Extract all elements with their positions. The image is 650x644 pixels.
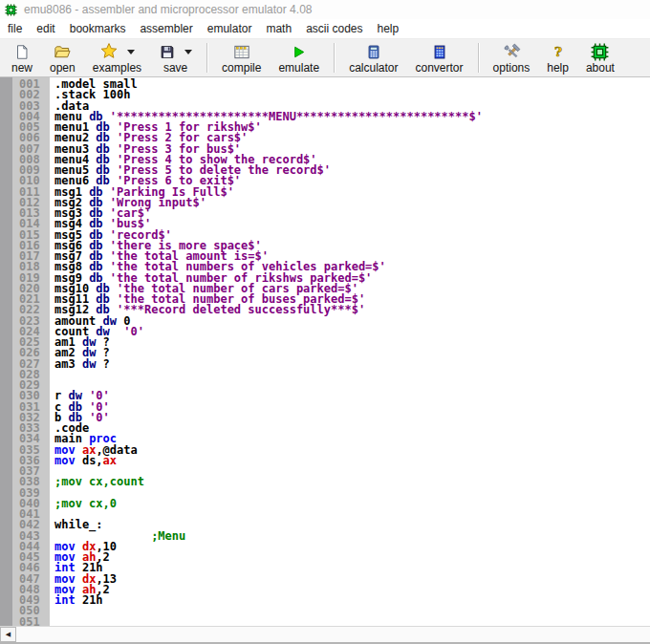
- code-line[interactable]: .stack 100h: [54, 90, 650, 100]
- help-question-icon: ?: [551, 43, 566, 61]
- code-line[interactable]: am3 dw ?: [54, 359, 650, 370]
- code-line[interactable]: main proc: [54, 434, 650, 444]
- convertor-label: convertor: [416, 62, 464, 75]
- menu-item-help[interactable]: help: [378, 22, 400, 35]
- code-line[interactable]: [54, 606, 650, 616]
- help-button[interactable]: ?help: [538, 39, 577, 76]
- scroll-left-button[interactable]: ◀: [0, 627, 16, 642]
- code-line[interactable]: msg12 db '***Record deleted successfully…: [54, 305, 650, 315]
- svg-text:?: ?: [554, 44, 562, 59]
- code-line[interactable]: int 21h: [54, 595, 650, 606]
- open-button[interactable]: open: [41, 39, 84, 76]
- code-line[interactable]: [54, 370, 650, 380]
- calculator-button[interactable]: calculator: [340, 39, 406, 76]
- code-token-reg: ax: [103, 454, 117, 467]
- code-line[interactable]: .code: [54, 423, 650, 434]
- menu-item-assembler[interactable]: assembler: [140, 22, 192, 35]
- code-line[interactable]: mov ah,2: [54, 552, 650, 563]
- toolbar-separator: [334, 43, 335, 73]
- line-number: 051: [19, 617, 50, 627]
- compile-icon: [232, 43, 251, 61]
- options-button[interactable]: options: [485, 39, 539, 76]
- convertor-button[interactable]: convertor: [407, 39, 472, 76]
- code-line[interactable]: ;mov cx,0: [54, 499, 650, 509]
- emulate-play-icon: [290, 43, 308, 61]
- about-label: about: [586, 62, 615, 75]
- toolbar-separator: [478, 43, 479, 73]
- app-chip-icon: [5, 4, 17, 16]
- save-label: save: [163, 62, 187, 75]
- code-line[interactable]: mov ds,ax: [54, 456, 650, 466]
- code-token-str: '***Record deleted successfully***$': [117, 303, 365, 316]
- window-title: emu8086 - assembler and microprocessor e…: [24, 3, 312, 16]
- convertor-icon: [431, 43, 448, 61]
- code-line[interactable]: ;Menu: [54, 531, 650, 542]
- code-line[interactable]: mov ax,@data: [54, 445, 650, 456]
- new-document-icon: [13, 43, 31, 61]
- calculator-icon: [365, 43, 382, 61]
- code-line[interactable]: r dw '0': [54, 391, 650, 401]
- menu-item-edit[interactable]: edit: [36, 22, 54, 35]
- code-token-decl: dw: [82, 357, 96, 371]
- options-tools-icon: [502, 43, 521, 61]
- open-folder-icon: [53, 43, 72, 61]
- code-line[interactable]: am1 dw ?: [54, 337, 650, 348]
- code-line[interactable]: int 21h: [54, 563, 650, 573]
- examples-button[interactable]: examples: [84, 39, 150, 76]
- code-token-plain: 21h: [76, 593, 103, 607]
- code-line[interactable]: mov dx,13: [54, 574, 650, 585]
- menu-bar: fileeditbookmarksassembleremulatormathas…: [0, 19, 650, 39]
- code-line[interactable]: c db '0': [54, 402, 650, 413]
- code-editor[interactable]: 0010020030040050060070080090100110120130…: [0, 77, 650, 626]
- new-button[interactable]: new: [3, 39, 41, 76]
- code-token-com: ;mov cx,0: [54, 497, 117, 510]
- code-line[interactable]: .model small: [54, 79, 650, 90]
- examples-label: examples: [93, 62, 141, 75]
- gutter-strip: [0, 77, 12, 626]
- new-label: new: [11, 62, 32, 75]
- menu-item-ascii-codes[interactable]: ascii codes: [306, 22, 362, 35]
- emulate-button[interactable]: emulate: [270, 39, 328, 76]
- examples-dropdown-arrow[interactable]: [127, 50, 135, 54]
- menu-item-math[interactable]: math: [266, 22, 292, 35]
- horizontal-scrollbar[interactable]: ◀: [0, 626, 650, 644]
- calculator-label: calculator: [349, 62, 398, 75]
- emulate-label: emulate: [278, 62, 319, 75]
- menu-item-bookmarks[interactable]: bookmarks: [70, 22, 126, 35]
- code-line[interactable]: ;mov cx,count: [54, 477, 650, 487]
- toolbar: newopenexamplessavecompileemulatecalcula…: [0, 39, 650, 77]
- save-dropdown-arrow[interactable]: [184, 50, 192, 54]
- code-token-com: ;mov cx,count: [54, 475, 144, 488]
- code-line[interactable]: b db '0': [54, 413, 650, 423]
- compile-label: compile: [222, 62, 261, 75]
- code-token-plain: ?: [96, 357, 109, 371]
- code-line[interactable]: [54, 488, 650, 499]
- code-token-str: '0': [123, 325, 144, 338]
- code-line[interactable]: [54, 380, 650, 391]
- compile-button[interactable]: compile: [213, 39, 270, 76]
- code-line[interactable]: mov dx,10: [54, 542, 650, 552]
- toolbar-separator: [206, 43, 207, 73]
- about-chip-icon: [591, 43, 609, 61]
- code-area[interactable]: .model small.stack 100h.datamenu db '***…: [50, 77, 650, 626]
- save-button[interactable]: save: [150, 39, 201, 76]
- code-line[interactable]: count dw '0': [54, 327, 650, 337]
- code-token-plain: ds,: [76, 454, 103, 467]
- help-label: help: [547, 62, 569, 75]
- save-floppy-icon: [159, 43, 176, 61]
- open-label: open: [50, 62, 76, 75]
- menu-item-file[interactable]: file: [8, 22, 22, 35]
- line-number-gutter: 0010020030040050060070080090100110120130…: [12, 77, 50, 626]
- scrollbar-track[interactable]: [16, 627, 650, 642]
- about-button[interactable]: about: [577, 39, 623, 76]
- code-line[interactable]: [54, 617, 650, 627]
- examples-star-icon: [99, 42, 119, 61]
- options-label: options: [493, 62, 531, 75]
- code-token-plain: [110, 325, 123, 338]
- code-token-str: '0': [89, 411, 110, 424]
- code-line[interactable]: mov ah,2: [54, 585, 650, 595]
- menu-item-emulator[interactable]: emulator: [207, 22, 252, 35]
- code-line[interactable]: am2 dw ?: [54, 348, 650, 358]
- title-bar: emu8086 - assembler and microprocessor e…: [0, 0, 650, 19]
- code-line[interactable]: [54, 509, 650, 520]
